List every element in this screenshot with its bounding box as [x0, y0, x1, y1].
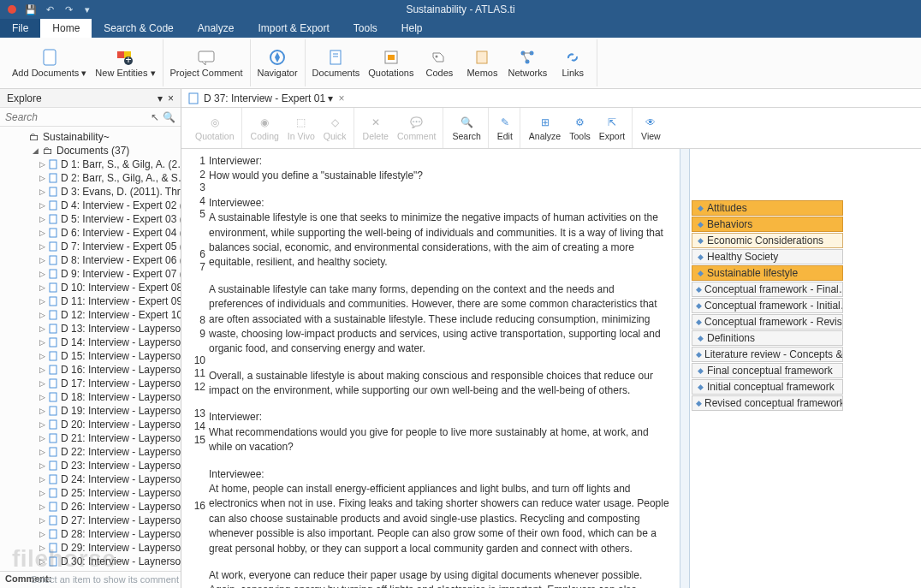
code-icon: ◆	[696, 383, 704, 391]
code-tag[interactable]: ◆Sustainable lifestyle	[692, 265, 843, 281]
comment-tool[interactable]: 💬Comment	[397, 115, 437, 141]
tools-tool[interactable]: ⚙Tools	[569, 115, 591, 141]
undo-icon[interactable]: ↶	[43, 3, 56, 16]
search-tool[interactable]: 🔍Search	[452, 115, 480, 141]
tree-document-item[interactable]: ▷D 2: Barr, S., Gilg, A., & S…~	[0, 171, 181, 185]
menu-help[interactable]: Help	[389, 19, 435, 38]
paragraph[interactable]: A sustainable lifestyle can take many fo…	[209, 282, 669, 357]
code-tag[interactable]: ◆Initial conceptual framework	[692, 379, 843, 395]
tree-document-item[interactable]: ▷D 4: Interview - Expert 02 (…	[0, 199, 181, 212]
tree-document-item[interactable]: ▷D 1: Barr, S., & Gilg, A. (2…~	[0, 157, 181, 171]
add-documents-button[interactable]: Add Documents ▾	[12, 48, 86, 78]
code-tag[interactable]: ◆Literature review - Concepts &…	[692, 347, 843, 362]
codes-button[interactable]: Codes	[422, 48, 456, 78]
code-tag[interactable]: ◆Revised conceptual framework	[692, 395, 843, 411]
code-tag[interactable]: ◆Definitions	[692, 330, 843, 346]
tree-document-item[interactable]: ▷D 8: Interview - Expert 06 (7)	[0, 253, 181, 267]
documents-button[interactable]: Documents	[312, 48, 360, 78]
paragraph[interactable]: Interviewee: A sustainable lifestyle is …	[209, 196, 669, 270]
tree-document-item[interactable]: ▷D 22: Interview - Layperso…	[0, 445, 181, 459]
code-tag[interactable]: ◆Conceptual framework - Final…	[692, 282, 843, 297]
code-tag[interactable]: ◆Healthy Society	[692, 249, 843, 264]
paragraph[interactable]: Interviewer: How would you define a "sus…	[209, 154, 669, 184]
tree-documents-folder[interactable]: ◢🗀Documents (37)	[0, 144, 181, 157]
paragraph[interactable]: Interviewer: What recommendations would …	[209, 410, 669, 454]
document-content[interactable]: Interviewer: How would you define a "sus…	[209, 149, 680, 588]
svg-line-19	[523, 53, 527, 62]
folder-icon: 🗀	[43, 145, 53, 157]
paragraph[interactable]: Overall, a sustainable lifestyle is abou…	[209, 369, 669, 399]
tree-document-item[interactable]: ▷D 6: Interview - Expert 04 (8)	[0, 226, 181, 240]
tree-document-item[interactable]: ▷D 20: Interview - Layperso…	[0, 418, 181, 431]
tree-document-item[interactable]: ▷D 25: Interview - Layperso…	[0, 486, 181, 500]
code-tag[interactable]: ◆Economic Considerations	[692, 233, 843, 248]
networks-button[interactable]: Networks	[508, 48, 547, 78]
export-tool[interactable]: ⇱Export	[599, 115, 625, 141]
document-body[interactable]: 12345678910111213141516 Interviewer: How…	[181, 149, 921, 588]
redo-icon[interactable]: ↷	[62, 3, 75, 16]
tree-document-item[interactable]: ▷D 10: Interview - Expert 08…	[0, 281, 181, 294]
project-tree[interactable]: 🗀Sustainability~ ◢🗀Documents (37) ▷D 1: …	[0, 127, 181, 571]
paragraph[interactable]: At work, everyone can reduce their paper…	[209, 568, 669, 588]
close-tab-icon[interactable]: ×	[338, 92, 344, 104]
tree-document-item[interactable]: ▷D 18: Interview - Layperso…	[0, 390, 181, 404]
invivo-tool[interactable]: ⬚In Vivo	[288, 115, 315, 141]
project-comment-button[interactable]: Project Comment	[170, 48, 243, 78]
tree-document-item[interactable]: ▷D 17: Interview - Layperso…	[0, 377, 181, 390]
quick-tool[interactable]: ◇Quick	[324, 115, 347, 141]
code-margin-bar[interactable]	[680, 149, 690, 588]
code-tag[interactable]: ◆Conceptual framework - Initial…	[692, 298, 843, 313]
search-icon[interactable]: 🔍	[163, 111, 175, 123]
quotations-button[interactable]: Quotations	[368, 48, 413, 78]
panel-dropdown-icon[interactable]: ▾	[157, 92, 163, 104]
tree-document-item[interactable]: ▷D 3: Evans, D. (2011). Thri…~	[0, 185, 181, 199]
tree-document-item[interactable]: ▷D 24: Interview - Layperso…	[0, 472, 181, 486]
paragraph[interactable]: Interviewee: At home, people can install…	[209, 467, 669, 556]
navigator-button[interactable]: Navigator	[258, 48, 298, 78]
svg-rect-14	[477, 51, 487, 63]
tree-document-item[interactable]: ▷D 26: Interview - Layperso…	[0, 500, 181, 514]
menu-analyze[interactable]: Analyze	[186, 19, 247, 38]
tree-document-item[interactable]: ▷D 11: Interview - Expert 09…	[0, 294, 181, 308]
code-tag[interactable]: ◆Attitudes	[692, 200, 843, 216]
code-tag[interactable]: ◆Conceptual framework - Revis…	[692, 314, 843, 330]
new-entities-button[interactable]: +New Entities ▾	[95, 48, 155, 78]
qat-more-icon[interactable]: ▾	[80, 3, 94, 16]
memos-button[interactable]: Memos	[465, 48, 499, 78]
menu-home[interactable]: Home	[40, 19, 92, 38]
tree-document-item[interactable]: ▷D 27: Interview - Layperso…	[0, 514, 181, 527]
tree-document-item[interactable]: ▷D 15: Interview - Layperso…	[0, 349, 181, 363]
quotation-tool[interactable]: ◎Quotation	[195, 115, 235, 141]
tree-document-item[interactable]: ▷D 28: Interview - Layperso…	[0, 527, 181, 541]
doc-icon	[49, 365, 57, 375]
tree-document-item[interactable]: ▷D 23: Interview - Layperso…	[0, 459, 181, 472]
tree-document-item[interactable]: ▷D 16: Interview - Layperso…	[0, 363, 181, 377]
menu-file[interactable]: File	[0, 19, 40, 38]
code-tag[interactable]: ◆Behaviors	[692, 217, 843, 232]
tree-document-item[interactable]: ▷D 7: Interview - Expert 05 (8)	[0, 240, 181, 253]
menu-bar: File Home Search & Code Analyze Import &…	[0, 19, 921, 38]
menu-tools[interactable]: Tools	[342, 19, 389, 38]
doc-icon	[49, 173, 57, 183]
menu-import-export[interactable]: Import & Export	[246, 19, 341, 38]
tree-document-item[interactable]: ▷D 13: Interview - Layperso…	[0, 322, 181, 336]
coding-tool[interactable]: ◉Coding	[251, 115, 279, 141]
tree-document-item[interactable]: ▷D 5: Interview - Expert 03 (7)	[0, 212, 181, 226]
tree-document-item[interactable]: ▷D 19: Interview - Layperso…	[0, 404, 181, 418]
tree-document-item[interactable]: ▷D 12: Interview - Expert 10…	[0, 308, 181, 322]
menu-search-code[interactable]: Search & Code	[92, 19, 185, 38]
view-tool[interactable]: 👁View	[641, 115, 661, 141]
search-input[interactable]	[5, 111, 147, 123]
delete-tool[interactable]: ✕Delete	[363, 115, 389, 141]
tree-document-item[interactable]: ▷D 14: Interview - Layperso…	[0, 336, 181, 349]
save-icon[interactable]: 💾	[24, 3, 38, 16]
tree-document-item[interactable]: ▷D 21: Interview - Layperso…	[0, 431, 181, 445]
panel-close-icon[interactable]: ×	[168, 92, 174, 104]
tree-document-item[interactable]: ▷D 9: Interview - Expert 07 (7)	[0, 267, 181, 281]
analyze-tool[interactable]: ⊞Analyze	[529, 115, 561, 141]
code-tag[interactable]: ◆Final conceptual framework	[692, 363, 843, 378]
edit-tool[interactable]: ✎Edit	[497, 115, 513, 141]
document-tab[interactable]: D 37: Interview - Expert 01 ▾ ×	[181, 89, 921, 108]
tree-root[interactable]: 🗀Sustainability~	[0, 130, 181, 144]
links-button[interactable]: Links	[556, 48, 590, 78]
